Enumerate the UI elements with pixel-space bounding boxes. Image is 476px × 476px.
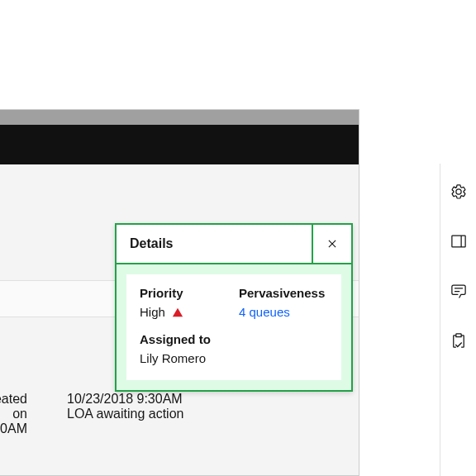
timestamp-text: 10/23/2018 9:30AM [67, 392, 359, 407]
table-cell: created on :30AM [0, 392, 34, 436]
pervasiveness-link[interactable]: 4 queues [239, 305, 328, 319]
settings-icon[interactable] [450, 183, 467, 200]
app-header [0, 125, 359, 164]
table-cell: 10/23/2018 9:30AM LOA awaiting action [67, 392, 359, 436]
chat-icon[interactable] [450, 283, 467, 299]
side-panel-icon[interactable] [450, 233, 467, 250]
priority-group: Priority High [140, 286, 229, 319]
window-titlebar [0, 110, 359, 125]
popover-body: Priority High Pervasiveness 4 queues Ass… [126, 274, 341, 380]
created-on-text: on [0, 407, 27, 421]
status-text: LOA awaiting action [67, 407, 359, 421]
popover-title: Details [117, 225, 312, 263]
created-time-fragment: :30AM [0, 421, 27, 436]
high-priority-icon [172, 307, 183, 318]
pervasiveness-group: Pervasiveness 4 queues [239, 286, 328, 319]
details-popover: Details Priority High [115, 223, 353, 392]
close-button[interactable] [312, 225, 351, 263]
pervasiveness-label: Pervasiveness [239, 286, 328, 300]
priority-label: Priority [140, 286, 229, 300]
priority-value: High [140, 305, 229, 319]
assigned-to-value: Lily Romero [140, 351, 328, 365]
priority-text: High [140, 305, 165, 319]
assigned-to-label: Assigned to [140, 332, 328, 346]
table-row[interactable]: created on :30AM 10/23/2018 9:30AM LOA a… [0, 383, 359, 445]
popover-body-highlight: Priority High Pervasiveness 4 queues Ass… [117, 264, 351, 390]
assigned-to-group: Assigned to Lily Romero [140, 332, 328, 365]
task-checklist-icon[interactable] [450, 332, 467, 349]
created-label: created [0, 392, 27, 407]
popover-header: Details [117, 225, 351, 264]
right-icon-rail [440, 164, 476, 476]
close-icon [325, 236, 340, 251]
